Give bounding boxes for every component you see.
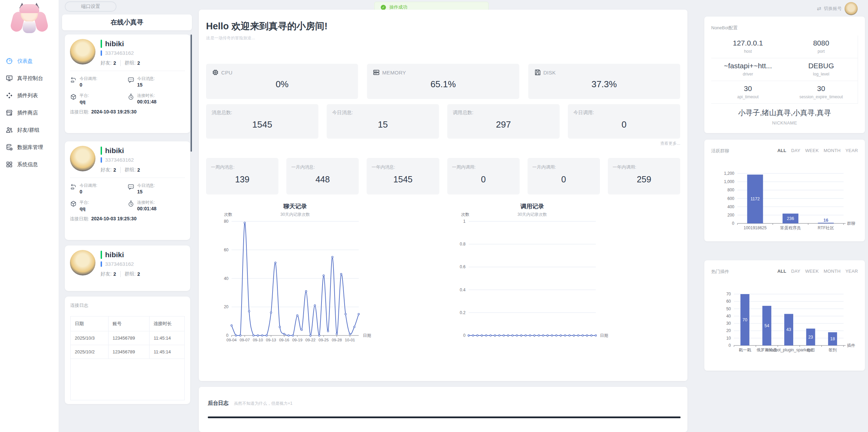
sidebar-item[interactable]: 插件商店 — [0, 107, 59, 119]
total-stat-label: 今日调用: — [573, 110, 675, 116]
total-stat-card: 今日调用: 0 — [568, 104, 680, 139]
connection-log-title: 连接日志 — [70, 302, 185, 309]
total-stat-value: 0 — [573, 119, 675, 130]
friends-label: 好友: — [101, 271, 112, 277]
sidebar-item-label: 真寻控制台 — [17, 75, 43, 82]
duration-icon — [127, 200, 134, 207]
backend-log-subtitle: 虽然不知道为什么，但是视力+1 — [234, 401, 293, 406]
system-stat-card: MEMORY 65.1% — [367, 64, 519, 99]
svg-text:236: 236 — [787, 216, 794, 221]
port-settings-button[interactable]: 端口设置 — [65, 1, 116, 12]
svg-text:43: 43 — [786, 327, 791, 332]
right-column: ⇄ 切换账号 NoneBot配置 127.0.0.1 host 8080 por… — [703, 0, 868, 432]
sidebar-item[interactable]: 系统信息 — [0, 159, 59, 170]
stat-label: 今日消息: — [137, 183, 155, 188]
period-stat-card: 一周内调用: 0 — [447, 158, 520, 194]
stat-label: 连接时长: — [137, 93, 155, 98]
svg-text:09-13: 09-13 — [266, 338, 276, 342]
stat-label: 今日消息: — [137, 76, 155, 81]
stat-value: 0 — [80, 189, 82, 194]
period-stat-value: 0 — [452, 174, 515, 184]
svg-text:0.8: 0.8 — [460, 242, 466, 247]
platform-icon — [70, 200, 77, 207]
svg-text:次数: 次数 — [224, 212, 232, 217]
groups-label: 群组: — [125, 167, 136, 173]
bot-card[interactable]: hibiki 3373463162 好友:2 群组:2 — [65, 245, 190, 291]
divider — [70, 178, 185, 178]
bot-stat: 今日调用:0 — [70, 182, 127, 195]
sidebar-item-label: 仪表盘 — [17, 58, 33, 64]
see-more-link[interactable]: 查看更多... — [206, 141, 680, 147]
stat-label: 平台: — [80, 93, 89, 98]
sidebar-item-label: 好友/群组 — [17, 127, 39, 133]
svg-text:16: 16 — [824, 218, 828, 223]
bot-id: 3373463162 — [105, 261, 134, 267]
table-row: 2025/10/3 123456789 11:45:14 — [71, 331, 184, 345]
sidebar-item[interactable]: 真寻控制台 — [0, 72, 59, 84]
log-body: 2025/10/3 123456789 11:45:14 2025/10/2 1… — [71, 331, 184, 359]
bot-stat: 今日消息:15 — [127, 182, 185, 195]
app-logo-image — [9, 3, 50, 36]
svg-text:nonebot_plugin_sparkapi: nonebot_plugin_sparkapi — [766, 348, 812, 352]
charts-row: 聊天记录30天内记录次数次数02040608009-0409-0709-1009… — [206, 200, 680, 346]
sidebar-item[interactable]: 插件列表 — [0, 90, 59, 101]
sidebar-item[interactable]: 仪表盘 — [0, 55, 59, 67]
svg-text:聊天记录: 聊天记录 — [283, 203, 307, 210]
bot-avatar — [70, 250, 95, 275]
period-stat-card: 一周内消息: 139 — [206, 158, 278, 194]
config-value: 30 — [711, 84, 785, 93]
svg-text:60: 60 — [224, 248, 229, 252]
bot-stats: 今日调用:0 今日消息:15 平台:qq — [70, 182, 185, 212]
svg-text:09-25: 09-25 — [318, 338, 328, 342]
message-icon — [127, 183, 134, 190]
svg-text:09-22: 09-22 — [305, 338, 315, 342]
svg-text:0: 0 — [732, 221, 734, 226]
system-stat-card: CPU 0% — [206, 64, 358, 99]
svg-text:23: 23 — [808, 335, 813, 340]
friends-label: 好友: — [101, 60, 112, 66]
svg-text:1,200: 1,200 — [724, 171, 734, 176]
bot-list: hibiki 3373463162 好友:2 群组:2 — [62, 34, 192, 404]
svg-text:800: 800 — [727, 188, 734, 192]
svg-text:09-04: 09-04 — [226, 338, 237, 342]
backend-log-card: 后台日志 虽然不知道为什么，但是视力+1 — [199, 387, 687, 432]
svg-text:群聊: 群聊 — [847, 221, 855, 226]
sidebar-item[interactable]: 好友/群组 — [0, 124, 59, 136]
svg-text:30: 30 — [726, 321, 731, 326]
disk-icon — [534, 69, 541, 76]
dashboard-page: 仪表盘 真寻控制台 插件列表 插件商店 — [0, 0, 868, 432]
log-header-row: 日期账号连接时长 — [71, 317, 184, 331]
total-stat-label: 调用总数: — [453, 110, 554, 116]
backend-log-console — [208, 416, 681, 418]
svg-text:200: 200 — [727, 213, 734, 218]
config-item: 30 session_expire_timeout — [785, 81, 858, 104]
user-avatar[interactable] — [845, 2, 858, 15]
platform-icon — [70, 93, 77, 100]
svg-text:20: 20 — [726, 328, 731, 333]
switch-account-label: 切换账号 — [824, 6, 842, 12]
sidebar-item[interactable]: 数据库管理 — [0, 141, 59, 153]
period-stat-value: 448 — [291, 174, 354, 184]
svg-text:70: 70 — [726, 292, 731, 297]
logo-bangs — [19, 4, 39, 13]
bot-stat: 平台:qq — [70, 92, 127, 105]
total-stats-row: 消息总数: 1545 今日消息: 15 调用总数: 297 今日调用: 0 — [206, 104, 680, 139]
svg-text:09-28: 09-28 — [332, 338, 342, 342]
period-stat-label: 一年内消息: — [371, 164, 434, 170]
name-accent-bar — [101, 251, 102, 259]
svg-text:色图: 色图 — [806, 348, 815, 352]
config-value: 30 — [785, 84, 858, 93]
config-value: DEBUG — [785, 62, 858, 70]
plugin-store-icon — [6, 109, 13, 117]
log-date: 2025/10/3 — [71, 331, 108, 345]
bot-card[interactable]: hibiki 3373463162 好友:2 群组:2 — [65, 34, 190, 133]
divider — [120, 60, 121, 66]
page-title: Hello 欢迎来到真寻的小房间! — [206, 20, 680, 32]
bot-card[interactable]: hibiki 3373463162 好友:2 群组:2 — [65, 141, 190, 240]
stat-label: 今日调用: — [80, 183, 97, 188]
period-stats-row: 一周内消息: 139 一月内消息: 448 一年内消息: 1545 一周内调用:… — [206, 158, 680, 194]
system-stat-label: DISK — [543, 70, 556, 76]
period-stat-label: 一周内消息: — [211, 164, 274, 170]
switch-account-button[interactable]: ⇄ 切换账号 — [817, 2, 858, 15]
total-stat-value: 1545 — [212, 119, 313, 130]
